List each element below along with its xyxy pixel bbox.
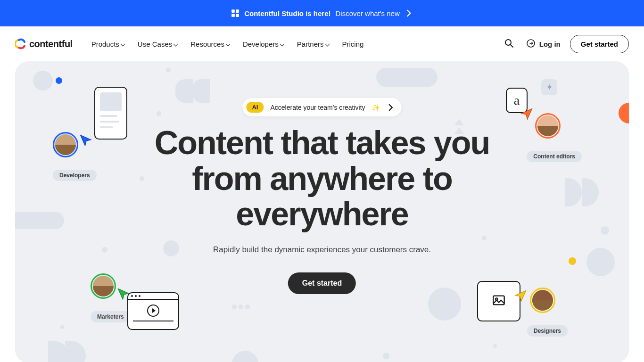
decor-quote	[192, 79, 210, 103]
svg-rect-1	[236, 9, 239, 13]
persona-developers: Developers	[53, 132, 97, 181]
illustration-document	[94, 87, 127, 140]
decor-dot	[60, 325, 64, 329]
headline-text: Content that takes you from anywhere to …	[129, 125, 515, 232]
decor-dots-row	[232, 303, 253, 309]
cursor-icon	[519, 107, 533, 123]
persona-marketers: Marketers	[91, 273, 131, 322]
decor-dot	[102, 247, 107, 253]
decor-dot	[383, 353, 389, 359]
brand-name: contentful	[29, 39, 73, 49]
nav-item-use-cases[interactable]: Use Cases	[138, 40, 177, 48]
decor-half	[65, 341, 86, 362]
login-link[interactable]: Log in	[526, 39, 561, 49]
chevron-right-icon	[387, 103, 395, 112]
persona-tag: Content editors	[527, 151, 582, 162]
nav-items: Products Use Cases Resources Developers …	[91, 40, 364, 48]
svg-rect-6	[493, 296, 504, 305]
search-button[interactable]	[502, 36, 517, 52]
avatar	[535, 113, 561, 139]
decor-quote	[175, 79, 193, 103]
decor-dot	[601, 226, 609, 235]
nav-item-pricing[interactable]: Pricing	[342, 40, 364, 48]
illustration-video-player	[127, 292, 179, 330]
persona-designers: Designers	[530, 288, 568, 337]
nav-item-resources[interactable]: Resources	[190, 40, 230, 48]
persona-content-editors: Content editors	[535, 113, 582, 162]
logo-mark-icon	[15, 38, 26, 49]
login-icon	[526, 39, 536, 49]
nav-label: Use Cases	[138, 40, 172, 48]
decor-pill	[376, 68, 438, 87]
nav-label: Partners	[297, 40, 324, 48]
decor-yellow-dot	[569, 257, 576, 265]
chevron-down-icon	[281, 40, 284, 48]
decor-blue-dot	[56, 77, 62, 84]
decor-circle	[428, 288, 461, 321]
decor-circle	[586, 248, 615, 276]
hero-section: AI Accelerate your team's creativity ✨ C…	[15, 61, 629, 362]
svg-rect-0	[231, 9, 235, 13]
persona-tag: Marketers	[91, 311, 131, 322]
sparkle-icon: ✨	[372, 104, 380, 111]
nav-label: Resources	[190, 40, 224, 48]
sparkle-icon: ✦	[546, 82, 553, 92]
decor-half-circle	[232, 351, 258, 362]
nav-item-partners[interactable]: Partners	[297, 40, 329, 48]
decor-dot	[166, 68, 171, 73]
ai-feature-pill[interactable]: AI Accelerate your team's creativity ✨	[242, 98, 401, 116]
svg-rect-3	[236, 14, 239, 17]
decor-dot	[493, 344, 497, 348]
brand-logo[interactable]: contentful	[15, 38, 73, 49]
decor-orange-half	[619, 103, 629, 123]
decor-circle	[33, 71, 53, 90]
decor-pill	[15, 212, 64, 229]
chevron-down-icon	[121, 40, 124, 48]
chevron-down-icon	[226, 40, 230, 48]
hero-cta-button[interactable]: Get started	[288, 272, 356, 294]
play-icon	[147, 304, 159, 317]
hero-subtext: Rapidly build the dynamic experiences yo…	[213, 245, 431, 255]
hero-headline: Content that takes you from anywhere to …	[129, 125, 515, 232]
nav-label: Developers	[243, 40, 279, 48]
cursor-icon	[79, 134, 93, 150]
decor-dot	[157, 111, 161, 116]
letter-a: a	[514, 93, 520, 108]
nav-label: Products	[91, 40, 119, 48]
avatar	[530, 288, 555, 313]
svg-point-4	[505, 40, 511, 45]
announcement-bar[interactable]: Contentful Studio is here! Discover what…	[0, 0, 644, 26]
studio-icon	[231, 9, 239, 17]
decor-half	[565, 178, 582, 206]
cursor-icon	[513, 289, 527, 305]
chevron-down-icon	[326, 40, 329, 48]
decor-half	[582, 178, 599, 206]
illustration-sparkle-card: ✦	[541, 79, 557, 95]
svg-rect-2	[231, 14, 235, 17]
persona-tag: Designers	[527, 325, 568, 337]
nav-label: Pricing	[342, 40, 364, 48]
chevron-right-icon	[405, 9, 413, 17]
ai-pill-text: Accelerate your team's creativity	[270, 104, 365, 111]
avatar	[91, 273, 116, 299]
get-started-button[interactable]: Get started	[570, 35, 629, 53]
nav-item-products[interactable]: Products	[91, 40, 124, 48]
nav-item-developers[interactable]: Developers	[243, 40, 284, 48]
decor-circle	[163, 240, 179, 256]
image-icon	[492, 294, 505, 309]
login-label: Log in	[539, 40, 561, 48]
ai-badge: AI	[246, 102, 264, 113]
avatar	[53, 132, 78, 157]
announce-link-text: Discover what's new	[336, 9, 400, 17]
persona-tag: Developers	[53, 170, 97, 181]
announce-title: Contentful Studio is here!	[244, 9, 330, 17]
top-nav: contentful Products Use Cases Resources …	[0, 26, 644, 61]
chevron-down-icon	[174, 40, 177, 48]
search-icon	[504, 42, 514, 49]
decor-dot	[482, 236, 487, 240]
